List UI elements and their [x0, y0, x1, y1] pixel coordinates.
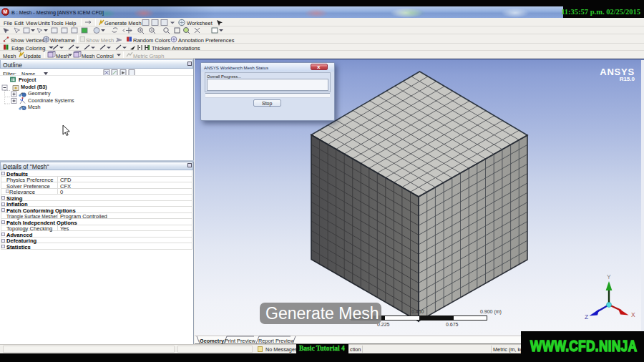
svg-text:Z: Z [585, 313, 588, 321]
svg-text:Y: Y [607, 273, 611, 280]
svg-text:X: X [631, 311, 635, 318]
